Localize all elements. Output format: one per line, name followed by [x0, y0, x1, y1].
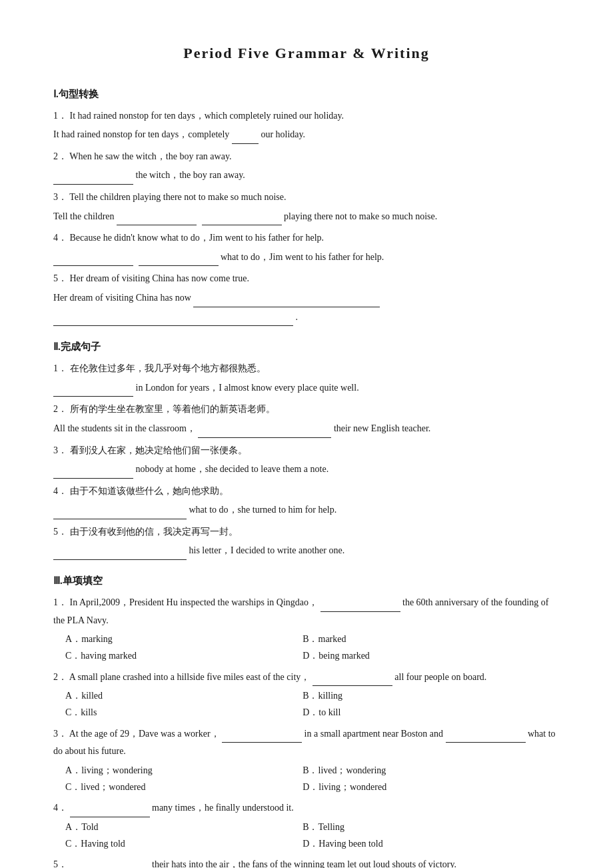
opt-C-label: C． — [65, 651, 81, 661]
q2-num: 2． — [53, 151, 67, 161]
q3-3-mid: in a small apartment near Boston and — [305, 729, 446, 739]
q3-5-num: 5． — [53, 859, 67, 868]
q2-blank[interactable] — [53, 175, 133, 185]
q2-4-ch: 由于不知道该做些什么，她向他求助。 — [70, 486, 229, 496]
q4-line1: 4． Because he didn't know what to do，Jim… — [53, 229, 560, 247]
q3-2-options: A．killed B．killing C．kills D．to kill — [65, 687, 560, 721]
q2-1-chinese: 1． 在伦敦住过多年，我几乎对每个地方都很熟悉。 — [53, 360, 560, 378]
question-2-2: 2． 所有的学生坐在教室里，等着他们的新英语老师。 All the studen… — [53, 401, 560, 437]
q3-4-content: many times，he finally understood it. — [152, 803, 294, 813]
q2-4-english: what to do，she turned to him for help. — [53, 501, 560, 519]
q3-3-num: 3． — [53, 729, 67, 739]
option-2-C[interactable]: C．kills — [65, 704, 303, 721]
q4-line2: what to do，Jim went to his father for he… — [53, 249, 560, 267]
option-2-D[interactable]: D．to kill — [303, 704, 540, 721]
q2-3-blank[interactable] — [53, 468, 133, 478]
q2-3-chinese: 3． 看到没人在家，她决定给他们留一张便条。 — [53, 442, 560, 460]
option-3-D[interactable]: D．living；wondered — [303, 779, 540, 795]
option-1-D[interactable]: D．being marked — [303, 647, 540, 664]
q3-text1: Tell the children playing there not to m… — [69, 192, 286, 202]
q4-blank2[interactable] — [139, 256, 219, 266]
opt-B-text: marked — [318, 634, 346, 644]
q3-3-blank2[interactable] — [446, 733, 526, 743]
q2-line2: the witch，the boy ran away. — [53, 167, 560, 185]
option-2-B[interactable]: B．killing — [303, 687, 540, 704]
q3-1-num: 1． — [53, 597, 67, 607]
q5-num: 5． — [53, 273, 67, 283]
q3-2-text: 2． A small plane crashed into a hillside… — [53, 669, 560, 687]
question-3-2: 2． A small plane crashed into a hillside… — [53, 669, 560, 721]
q3-2-tail: all four people on board. — [394, 672, 486, 682]
question-1-4: 4． Because he didn't know what to do，Jim… — [53, 229, 560, 266]
opt-B-label: B． — [303, 634, 318, 644]
option-4-D[interactable]: D．Having been told — [303, 835, 540, 852]
q2-2-en2: their new English teacher. — [334, 423, 430, 433]
q3-1-content: In April,2009，President Hu inspected the… — [70, 597, 318, 607]
q5-period: . — [296, 312, 299, 322]
q3-blank1[interactable] — [117, 215, 197, 225]
q4-num: 4． — [53, 233, 67, 243]
q1-line1: 1． It had rained nonstop for ten days，wh… — [53, 107, 560, 125]
option-4-C[interactable]: C．Having told — [65, 835, 303, 852]
q3-1-text: 1． In April,2009，President Hu inspected … — [53, 594, 560, 629]
q3-2-blank[interactable] — [312, 676, 392, 686]
option-3-A[interactable]: A．living；wondering — [65, 762, 303, 779]
q2-2-blank[interactable] — [198, 427, 331, 437]
option-3-B[interactable]: B．lived；wondering — [303, 762, 540, 779]
q2-1-en: in London for years，I almost know every … — [136, 383, 359, 393]
q5-blank1[interactable] — [193, 297, 380, 307]
q2-5-english: his letter，I decided to write another on… — [53, 542, 560, 560]
question-3-4: 4． many times，he finally understood it. … — [53, 799, 560, 852]
option-2-A[interactable]: A．killed — [65, 687, 303, 704]
q5-blank2[interactable] — [53, 316, 293, 326]
question-2-5: 5． 由于没有收到他的信，我决定再写一封。 his letter，I decid… — [53, 523, 560, 560]
q1-blank[interactable] — [232, 133, 259, 143]
section-2: Ⅱ.完成句子 1． 在伦敦住过多年，我几乎对每个地方都很熟悉。 in Londo… — [53, 338, 560, 560]
page-title: Period Five Grammar & Writing — [53, 40, 560, 67]
q2-5-en: his letter，I decided to write another on… — [189, 545, 345, 555]
q3-3-blank1[interactable] — [222, 733, 302, 743]
question-3-1: 1． In April,2009，President Hu inspected … — [53, 594, 560, 665]
q2-1-blank[interactable] — [53, 387, 133, 397]
q5-line2: Her dream of visiting China has now — [53, 289, 560, 307]
option-3-C[interactable]: C．lived；wondered — [65, 779, 303, 795]
q5-text1: Her dream of visiting China has now come… — [70, 273, 249, 283]
q3-line1: 3． Tell the children playing there not t… — [53, 189, 560, 207]
option-4-A[interactable]: A．Told — [65, 819, 303, 835]
q3-text2: Tell the children — [53, 211, 117, 221]
q3-3-text: 3． At the age of 29，Dave was a worker， i… — [53, 725, 560, 761]
section-3: Ⅲ.单项填空 1． In April,2009，President Hu ins… — [53, 572, 560, 868]
q4-blank1[interactable] — [53, 256, 133, 266]
option-4-B[interactable]: B．Telling — [303, 819, 540, 835]
opt-D-text: being marked — [318, 651, 370, 661]
q5-text2: Her dream of visiting China has now — [53, 293, 193, 303]
q3-line2: Tell the children playing there not to m… — [53, 208, 560, 226]
q4-text1: Because he didn't know what to do，Jim we… — [70, 233, 324, 243]
q3-3-options: A．living；wondering B．lived；wondering C．l… — [65, 762, 560, 795]
q2-3-english: nobody at home，she decided to leave them… — [53, 461, 560, 479]
q2-text1: When he saw the witch，the boy ran away. — [69, 151, 231, 161]
q2-3-en: nobody at home，she decided to leave them… — [136, 464, 329, 474]
q3-4-blank[interactable] — [70, 807, 150, 817]
q2-4-num: 4． — [53, 486, 67, 496]
q2-1-ch: 在伦敦住过多年，我几乎对每个地方都很熟悉。 — [70, 363, 266, 373]
q2-4-blank[interactable] — [53, 509, 187, 519]
option-1-C[interactable]: C．having marked — [65, 647, 303, 664]
opt-A-text: marking — [81, 634, 113, 644]
option-1-B[interactable]: B．marked — [303, 631, 540, 647]
q3-3-content: At the age of 29，Dave was a worker， — [69, 729, 220, 739]
q3-1-blank[interactable] — [320, 601, 400, 611]
opt-D-label: D． — [303, 651, 318, 661]
q2-5-blank[interactable] — [53, 550, 187, 560]
q2-2-chinese: 2． 所有的学生坐在教室里，等着他们的新英语老师。 — [53, 401, 560, 419]
q2-5-num: 5． — [53, 527, 67, 537]
q1-text1: It had rained nonstop for ten days，which… — [70, 111, 344, 121]
q1-num: 1． — [53, 111, 67, 121]
option-1-A[interactable]: A．marking — [65, 631, 303, 647]
section-1: Ⅰ.句型转换 1． It had rained nonstop for ten … — [53, 85, 560, 327]
q2-1-english: in London for years，I almost know every … — [53, 379, 560, 397]
q2-1-num: 1． — [53, 363, 67, 373]
q3-blank2[interactable] — [202, 215, 282, 225]
question-3-5: 5． their hats into the air，the fans of t… — [53, 856, 560, 868]
q3-5-blank[interactable] — [70, 863, 150, 868]
